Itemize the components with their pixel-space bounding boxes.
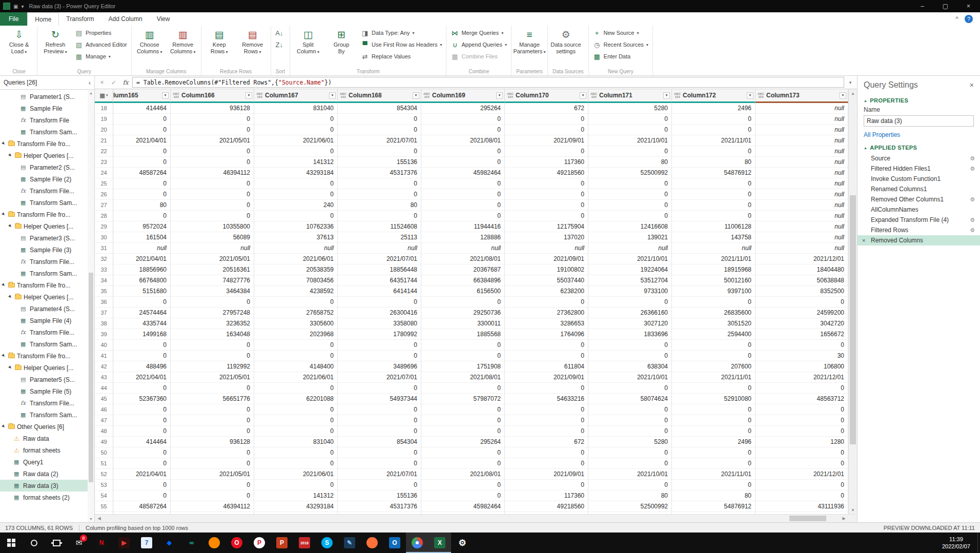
- query-item-parameter2-s[interactable]: ▤Parameter2 (S...: [0, 161, 94, 173]
- cell[interactable]: 0: [254, 340, 338, 351]
- cell[interactable]: 64351744: [338, 275, 421, 286]
- cell[interactable]: 2021/09/01: [505, 135, 588, 146]
- expand-triangle-icon[interactable]: ▶: [1, 424, 7, 429]
- cell[interactable]: 3300011: [421, 318, 505, 329]
- cell[interactable]: 117360: [505, 490, 588, 501]
- scroll-down-icon[interactable]: ▼: [89, 516, 93, 522]
- cell[interactable]: 24599200: [756, 308, 848, 318]
- filter-dropdown-icon[interactable]: ▾: [413, 92, 419, 99]
- row-number[interactable]: 21: [95, 135, 113, 146]
- row-number[interactable]: 28: [95, 211, 113, 221]
- row-number[interactable]: 35: [95, 286, 113, 297]
- cell[interactable]: 2021/05/01: [171, 469, 254, 480]
- cell[interactable]: 0: [588, 415, 672, 426]
- cell[interactable]: 139021: [588, 232, 672, 243]
- cell[interactable]: 2021/09/01: [505, 254, 588, 264]
- cell[interactable]: null: [756, 243, 848, 254]
- cell[interactable]: 0: [171, 211, 254, 221]
- select-all-corner[interactable]: ▦▾: [95, 89, 113, 103]
- row-number[interactable]: 48: [95, 426, 113, 437]
- cell[interactable]: 0: [171, 340, 254, 351]
- cell[interactable]: 2021/12/01: [756, 469, 848, 480]
- cell[interactable]: 3305600: [254, 318, 338, 329]
- filter-dropdown-icon[interactable]: ▾: [246, 92, 252, 99]
- cell[interactable]: 0: [171, 297, 254, 308]
- cell[interactable]: 2021/09/01: [505, 372, 588, 383]
- cell[interactable]: 0: [254, 146, 338, 157]
- cell[interactable]: 0: [171, 415, 254, 426]
- cell[interactable]: 854304: [338, 437, 421, 447]
- queries-scroll-track[interactable]: [88, 96, 94, 516]
- cell[interactable]: null: [113, 243, 171, 254]
- row-number[interactable]: 45: [95, 394, 113, 404]
- expand-triangle-icon[interactable]: ▶: [1, 282, 7, 288]
- cell[interactable]: 0: [254, 189, 338, 200]
- cell[interactable]: 0: [672, 178, 756, 189]
- applied-step-removed-other-columns1[interactable]: Removed Other Columns1⚙: [858, 194, 980, 204]
- query-item-format-sheets[interactable]: ⚠format sheets: [0, 444, 94, 456]
- column-header-column173[interactable]: ABC123Column173▾: [756, 89, 848, 103]
- cell[interactable]: 37613: [254, 232, 338, 243]
- query-item-transform-file-fro[interactable]: ▶Transform File fro...: [0, 350, 94, 362]
- cell[interactable]: 26300416: [338, 308, 421, 318]
- step-settings-gear-icon[interactable]: ⚙: [970, 227, 975, 234]
- cell[interactable]: 2021/09/01: [505, 469, 588, 480]
- cell[interactable]: 5280: [588, 103, 672, 114]
- row-number[interactable]: 18: [95, 103, 113, 114]
- cell[interactable]: 1833696: [588, 329, 672, 340]
- column-header-column166[interactable]: ABC123Column166▾: [171, 89, 254, 103]
- cell[interactable]: 3027120: [588, 318, 672, 329]
- cell[interactable]: 1634048: [171, 329, 254, 340]
- cell[interactable]: 80: [113, 200, 171, 211]
- use-first-row-as-headers-button[interactable]: ▀Use First Row as Headers▾: [358, 39, 444, 50]
- save-icon[interactable]: ▣: [13, 4, 18, 9]
- cell[interactable]: 3489696: [338, 361, 421, 372]
- excel-icon[interactable]: X: [428, 532, 451, 553]
- cell[interactable]: 0: [254, 415, 338, 426]
- cell[interactable]: 54876912: [672, 501, 756, 512]
- cell[interactable]: 0: [756, 340, 848, 351]
- filter-dropdown-icon[interactable]: ▾: [496, 92, 503, 99]
- data-type-any-icon[interactable]: ABC123: [590, 92, 597, 98]
- cell[interactable]: 488496: [113, 361, 171, 372]
- cell[interactable]: 0: [756, 426, 848, 437]
- scroll-down-icon[interactable]: ▼: [849, 506, 857, 514]
- cell[interactable]: 0: [756, 383, 848, 394]
- cell[interactable]: 0: [338, 297, 421, 308]
- row-number[interactable]: 19: [95, 114, 113, 125]
- cell[interactable]: 5280: [588, 437, 672, 447]
- cell[interactable]: null: [756, 200, 848, 211]
- close-settings-icon[interactable]: ×: [970, 81, 974, 89]
- cell[interactable]: 0: [171, 383, 254, 394]
- cell[interactable]: 0: [338, 351, 421, 361]
- cell[interactable]: 295264: [421, 103, 505, 114]
- dropbox-icon[interactable]: ◆: [158, 532, 180, 553]
- row-number[interactable]: 56: [95, 512, 113, 514]
- cell[interactable]: 0: [113, 340, 171, 351]
- cell[interactable]: 0: [113, 146, 171, 157]
- step-settings-gear-icon[interactable]: ⚙: [970, 155, 975, 162]
- cell[interactable]: 8352500: [756, 286, 848, 297]
- cell[interactable]: 672: [505, 437, 588, 447]
- expand-triangle-icon[interactable]: ▶: [8, 294, 13, 300]
- cell[interactable]: 2021/08/01: [421, 469, 505, 480]
- row-number[interactable]: 31: [95, 243, 113, 254]
- cell[interactable]: 0: [505, 114, 588, 125]
- cell[interactable]: null: [421, 243, 505, 254]
- column-header-column171[interactable]: ABC123Column171▾: [588, 89, 672, 103]
- cell[interactable]: 29250736: [421, 308, 505, 318]
- query-item-transform-file[interactable]: fxTransform File...: [0, 326, 94, 338]
- cell[interactable]: 2021/10/01: [588, 372, 672, 383]
- cell[interactable]: 25113: [338, 232, 421, 243]
- cell[interactable]: 0: [588, 426, 672, 437]
- cell[interactable]: 2021/07/01: [338, 135, 421, 146]
- cell[interactable]: 9397100: [672, 286, 756, 297]
- cell[interactable]: 143758: [672, 232, 756, 243]
- cell[interactable]: 0: [113, 458, 171, 469]
- start-icon[interactable]: [0, 532, 23, 553]
- cell[interactable]: 12416608: [588, 221, 672, 232]
- cell[interactable]: 48587264: [113, 168, 171, 178]
- cell[interactable]: 2021/05/01: [171, 372, 254, 383]
- cell[interactable]: 18856448: [338, 264, 421, 275]
- formula-cancel-icon[interactable]: ×: [97, 79, 107, 86]
